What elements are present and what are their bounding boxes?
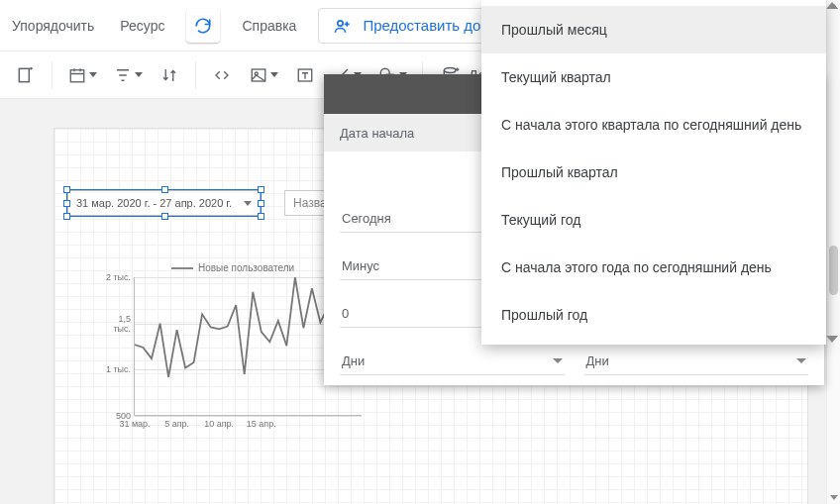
svg-rect-1 [19,68,29,81]
chevron-down-icon [244,201,252,206]
menu-resource[interactable]: Ресурс [116,14,168,38]
title-placeholder: Назва [293,196,327,210]
date-preset-option[interactable]: С начала этого квартала по сегодняшний д… [481,101,826,149]
vertical-scrollbar[interactable] [826,0,840,504]
calendar-icon [68,66,86,84]
date-preset-option[interactable]: Текущий год [481,196,826,244]
date-range-value: 31 мар. 2020 г. - 27 апр. 2020 г. [76,197,232,209]
scroll-up-icon[interactable] [826,2,838,9]
svg-rect-2 [70,69,84,81]
unit-select-start[interactable]: Дни [340,348,565,375]
chevron-down-icon [135,72,143,77]
separator [195,61,196,89]
image-tool[interactable] [244,59,283,91]
separator [52,61,52,89]
text-tool[interactable] [289,59,321,91]
date-preset-dropdown[interactable]: Прошлый месяцТекущий кварталС начала это… [481,0,826,345]
svg-point-0 [338,20,343,25]
refresh-button[interactable] [186,9,220,43]
chevron-down-icon [796,358,806,363]
text-icon [296,66,314,84]
chart-legend: Новые пользователи [104,262,362,273]
add-page-button[interactable] [10,59,42,91]
sort-icon [160,66,178,84]
add-page-icon [16,65,36,85]
chevron-down-icon [553,358,563,363]
date-range-tool[interactable] [62,59,102,91]
embed-tool[interactable] [206,59,238,91]
image-icon [250,66,267,84]
sort-tool[interactable] [154,59,185,91]
scrollbar-thumb[interactable] [829,246,838,295]
date-preset-option[interactable]: Прошлый месяц [481,6,826,53]
date-range-control[interactable]: 31 мар. 2020 г. - 27 апр. 2020 г. [67,190,261,216]
filter-tool[interactable] [108,59,148,91]
unit-select-end[interactable]: Дни [584,348,809,375]
chevron-down-icon [270,72,278,77]
line-chart[interactable]: Новые пользователи 5001 тыс.1,5 тыс.2 ты… [104,262,362,441]
chevron-down-icon [89,72,97,77]
filter-icon [114,66,132,84]
date-preset-option[interactable]: Текущий квартал [481,53,826,101]
embed-icon [212,66,232,84]
date-range-control-selected[interactable]: 31 мар. 2020 г. - 27 апр. 2020 г. [67,190,261,216]
date-preset-option[interactable]: Прошлый год [481,291,826,339]
share-icon [333,16,353,36]
svg-point-8 [444,67,456,72]
menu-help[interactable]: Справка [238,14,300,38]
date-preset-option[interactable]: Прошлый квартал [481,149,826,196]
scroll-down-icon[interactable] [830,495,838,500]
date-preset-option[interactable]: С начала этого года по сегодняшний день [481,244,826,291]
scroll-down-icon[interactable] [826,336,838,343]
menu-arrange[interactable]: Упорядочить [8,14,98,38]
refresh-icon [194,17,212,35]
